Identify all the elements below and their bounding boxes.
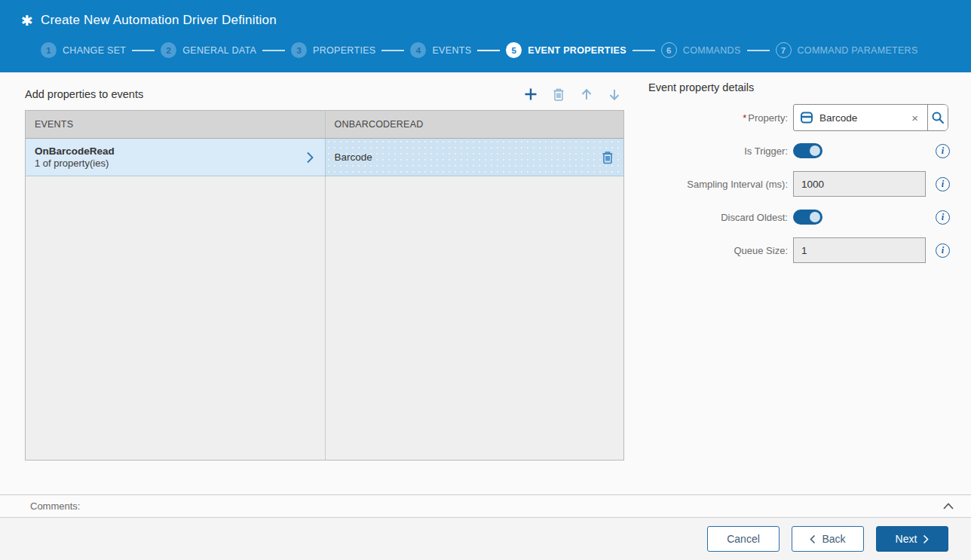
table-header-row: EVENTS ONBARCODEREAD: [26, 111, 623, 139]
sampling-interval-input[interactable]: [793, 171, 926, 197]
arrow-up-icon: [580, 87, 593, 102]
wizard-stepper: 1 CHANGE SET 2 GENERAL DATA 3 PROPERTIES…: [41, 42, 971, 58]
next-button[interactable]: Next: [876, 526, 948, 552]
discard-oldest-label: Discard Oldest:: [648, 212, 788, 223]
property-name: Barcode: [335, 151, 602, 163]
main-content: Add properties to events: [0, 72, 971, 494]
trash-icon[interactable]: [601, 150, 614, 165]
clear-icon[interactable]: ×: [908, 112, 921, 124]
table-empty-area: [26, 176, 623, 460]
queue-size-input[interactable]: [793, 237, 926, 263]
is-trigger-toggle[interactable]: [793, 143, 822, 158]
is-trigger-row: Is Trigger: i: [648, 137, 950, 164]
wizard-footer: Cancel Back Next: [0, 518, 971, 560]
add-property-button[interactable]: [522, 86, 539, 103]
step-commands[interactable]: 6 COMMANDS: [661, 42, 741, 58]
step-change-set[interactable]: 1 CHANGE SET: [41, 42, 126, 58]
column-header-onbarcoderead: ONBARCODEREAD: [325, 111, 624, 138]
event-name: OnBarcodeRead: [35, 145, 304, 157]
property-value: Barcode: [819, 112, 902, 124]
info-icon[interactable]: i: [936, 144, 950, 158]
table-row: OnBarcodeRead 1 of property(ies) Barcode: [26, 139, 623, 176]
table-toolbar: [522, 86, 624, 103]
back-button[interactable]: Back: [792, 526, 864, 552]
event-property-details-panel: Event property details *Property: Barcod…: [648, 81, 950, 270]
required-marker: *: [743, 112, 746, 124]
queue-size-row: Queue Size: i: [648, 237, 950, 264]
property-field-row: *Property: Barcode ×: [648, 104, 950, 131]
queue-size-label: Queue Size:: [648, 245, 788, 256]
search-icon: [931, 111, 945, 124]
step-general-data[interactable]: 2 GENERAL DATA: [161, 42, 256, 58]
step-connector: [477, 50, 500, 51]
events-properties-table: EVENTS ONBARCODEREAD OnBarcodeRead 1 of …: [25, 110, 624, 461]
property-cell[interactable]: Barcode: [325, 139, 624, 176]
plus-icon: [523, 87, 538, 102]
add-properties-title: Add properties to events: [25, 88, 143, 100]
discard-oldest-row: Discard Oldest: i: [648, 203, 950, 231]
asterisk-icon: ✱: [21, 14, 33, 28]
info-icon[interactable]: i: [936, 243, 950, 258]
move-down-button[interactable]: [606, 86, 623, 103]
chevron-up-icon: [942, 502, 954, 510]
chevron-right-icon[interactable]: [304, 150, 316, 165]
arrow-down-icon: [608, 87, 621, 102]
step-command-parameters[interactable]: 7 COMMAND PARAMETERS: [776, 42, 918, 58]
back-label: Back: [822, 533, 845, 545]
step-connector: [381, 50, 404, 51]
comments-section: Comments:: [0, 494, 971, 518]
cancel-label: Cancel: [727, 533, 760, 545]
step-events[interactable]: 4 EVENTS: [410, 42, 471, 58]
column-header-events: EVENTS: [26, 111, 325, 138]
step-connector: [633, 50, 655, 51]
step-connector: [132, 50, 155, 51]
discard-oldest-toggle[interactable]: [793, 210, 822, 225]
move-up-button[interactable]: [578, 86, 595, 103]
info-icon[interactable]: i: [936, 210, 950, 225]
step-properties[interactable]: 3 PROPERTIES: [291, 42, 375, 58]
info-icon[interactable]: i: [936, 177, 950, 191]
property-box-icon: [800, 111, 813, 124]
property-picker[interactable]: Barcode ×: [793, 104, 948, 131]
details-title: Event property details: [648, 81, 950, 93]
search-button[interactable]: [927, 105, 948, 130]
events-properties-panel: Add properties to events: [25, 81, 624, 461]
page-title: Create New Automation Driver Definition: [41, 13, 277, 28]
chevron-right-icon: [923, 534, 929, 544]
next-label: Next: [896, 533, 917, 545]
trash-icon: [552, 87, 565, 102]
event-property-count: 1 of property(ies): [35, 158, 304, 169]
event-cell[interactable]: OnBarcodeRead 1 of property(ies): [26, 139, 325, 176]
sampling-interval-label: Sampling Interval (ms):: [648, 179, 788, 190]
collapse-comments-button[interactable]: [941, 500, 956, 512]
step-connector: [262, 50, 285, 51]
step-event-properties[interactable]: 5 EVENT PROPERTIES: [506, 42, 626, 58]
property-label: *Property:: [648, 112, 788, 124]
cancel-button[interactable]: Cancel: [707, 526, 780, 552]
comments-label: Comments:: [30, 500, 941, 512]
is-trigger-label: Is Trigger:: [648, 145, 788, 157]
step-connector: [747, 50, 770, 51]
chevron-left-icon: [810, 534, 816, 544]
delete-property-button[interactable]: [550, 86, 567, 103]
sampling-interval-row: Sampling Interval (ms): i: [648, 170, 950, 197]
wizard-header: ✱ Create New Automation Driver Definitio…: [0, 0, 971, 72]
